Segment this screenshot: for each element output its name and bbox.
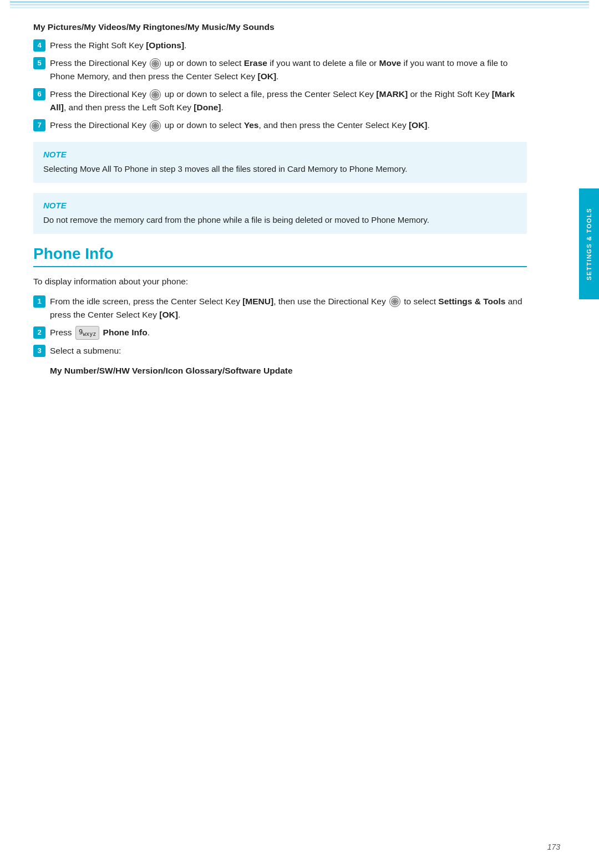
step-5-text: Press the Directional Key up or down to … <box>50 57 527 83</box>
step-6: 6 Press the Directional Key up or <box>33 88 527 114</box>
directional-key-icon-5 <box>150 58 161 69</box>
phone-info-step-3: 3 Select a submenu: <box>33 344 527 358</box>
phone-info-step-1: 1 From the idle screen, press the Center… <box>33 295 527 321</box>
step-6-number: 6 <box>33 88 45 100</box>
directional-key-icon-6 <box>150 89 161 100</box>
section-subheading: My Pictures/My Videos/My Ringtones/My Mu… <box>33 21 527 33</box>
step-5-number: 5 <box>33 57 45 69</box>
phone-info-step-1-text: From the idle screen, press the Center S… <box>50 295 527 321</box>
phone-info-step-3-number: 3 <box>33 345 45 357</box>
side-tab: SETTINGS & TOOLS <box>579 188 599 299</box>
phone-info-step-3-text: Select a submenu: <box>50 344 527 358</box>
top-line-2 <box>10 4 589 6</box>
submenu-label: My Number/SW/HW Version/Icon Glossary/So… <box>50 364 527 377</box>
phone-info-step-2-text: Press 9wxyz Phone Info. <box>50 326 527 340</box>
step-5: 5 Press the Directional Key up or <box>33 57 527 83</box>
step-4: 4 Press the Right Soft Key [Options]. <box>33 39 527 52</box>
step-7-text: Press the Directional Key up or down to … <box>50 119 527 132</box>
phone-info-step-2: 2 Press 9wxyz Phone Info. <box>33 326 527 340</box>
phone-info-intro: To display information about your phone: <box>33 275 527 288</box>
phone-info-step-2-number: 2 <box>33 326 45 339</box>
page-container: SETTINGS & TOOLS My Pictures/My Videos/M… <box>0 0 599 868</box>
directional-key-icon-7 <box>150 120 161 131</box>
side-tab-label: SETTINGS & TOOLS <box>586 208 592 280</box>
top-decorative-lines <box>0 0 599 10</box>
note-box-2: NOTE Do not remove the memory card from … <box>33 193 527 234</box>
svg-point-13 <box>154 124 157 127</box>
step-4-text: Press the Right Soft Key [Options]. <box>50 39 527 52</box>
note-title-2: NOTE <box>43 201 517 210</box>
top-line-3 <box>10 7 589 8</box>
svg-point-7 <box>154 93 157 96</box>
note-title-1: NOTE <box>43 150 517 159</box>
note-text-2: Do not remove the memory card from the p… <box>43 213 517 226</box>
note-text-1: Selecting Move All To Phone in step 3 mo… <box>43 162 517 175</box>
step-7: 7 Press the Directional Key up or <box>33 119 527 132</box>
svg-point-1 <box>154 62 157 65</box>
top-line-1 <box>10 1 589 3</box>
note-box-1: NOTE Selecting Move All To Phone in step… <box>33 142 527 183</box>
phone-info-steps-list: 1 From the idle screen, press the Center… <box>33 295 527 358</box>
directional-key-icon-pi1 <box>389 296 400 307</box>
step-6-text: Press the Directional Key up or down to … <box>50 88 527 114</box>
steps-list-top: 4 Press the Right Soft Key [Options]. 5 … <box>33 39 527 132</box>
svg-point-19 <box>393 300 397 303</box>
phone-info-step-1-number: 1 <box>33 295 45 308</box>
page-number: 173 <box>547 843 560 851</box>
step-7-number: 7 <box>33 119 45 131</box>
step-4-number: 4 <box>33 39 45 52</box>
key-9wxyz: 9wxyz <box>75 326 99 340</box>
phone-info-heading: Phone Info <box>33 245 527 267</box>
main-content: My Pictures/My Videos/My Ringtones/My Mu… <box>0 10 566 411</box>
